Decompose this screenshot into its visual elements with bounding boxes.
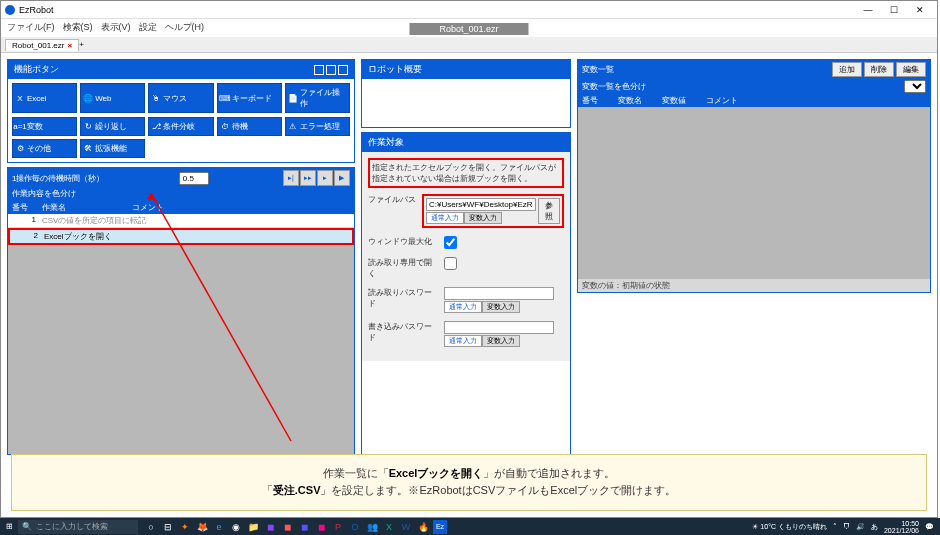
loop-button[interactable]: ↻繰り返し (80, 117, 145, 136)
readonly-checkbox[interactable] (444, 257, 457, 270)
browse-button[interactable]: 参照 (538, 198, 560, 224)
ezrobot-icon[interactable]: Ez (433, 520, 447, 534)
tray-icon[interactable]: 🔊 (856, 523, 865, 531)
wait-button[interactable]: ⏱待機 (217, 117, 282, 136)
var-delete-button[interactable]: 削除 (864, 62, 894, 77)
branch-button[interactable]: ⎇条件分岐 (148, 117, 213, 136)
wait-time-input[interactable] (179, 172, 209, 185)
notification-icon[interactable]: 💬 (925, 523, 934, 531)
tray-chevron-icon[interactable]: ˄ (833, 523, 837, 531)
function-panel-title: 機能ボタン (14, 63, 59, 76)
excel-icon[interactable]: X (382, 520, 396, 534)
filepath-row: ファイルパス 通常入力 変数入力 参照 (368, 194, 564, 228)
step-fwd-button[interactable]: ▸▸ (300, 170, 316, 186)
line-button[interactable]: ▸ (317, 170, 333, 186)
keyboard-button[interactable]: ⌨キーボード (217, 83, 282, 113)
variables-header: 変数一覧 追加 削除 編集 (578, 60, 930, 79)
worklist-row[interactable]: 1 CSVの値を所定の項目に転記 (8, 214, 354, 228)
target-panel-header: 作業対象 (362, 133, 570, 152)
start-button[interactable]: ⊞ (0, 522, 18, 531)
menu-view[interactable]: 表示(V) (101, 21, 131, 34)
error-button[interactable]: ⚠エラー処理 (285, 117, 350, 136)
writepw-label: 書き込みパスワード (368, 321, 438, 343)
excel-button[interactable]: XExcel (12, 83, 77, 113)
var-add-button[interactable]: 追加 (832, 62, 862, 77)
app-icon[interactable]: ◼ (314, 520, 328, 534)
windows-taskbar: ⊞ 🔍 ここに入力して検索 ○ ⊟ ✦ 🦊 e ◉ 📁 ◼ ◼ ◼ ◼ P O … (0, 518, 940, 535)
view-toggle-icon[interactable] (314, 65, 324, 75)
powerpoint-icon[interactable]: P (331, 520, 345, 534)
step-button[interactable]: ▸| (283, 170, 299, 186)
worklist-columns: 番号 作業名 コメント (8, 201, 354, 214)
mode-variable-tab[interactable]: 変数入力 (482, 301, 520, 313)
var-colorize-label: 変数一覧を色分け (582, 81, 646, 92)
menu-settings[interactable]: 設定 (139, 21, 157, 34)
worklist-toolbar: 1操作毎の待機時間（秒） ▸| ▸▸ ▸ ▶ (8, 168, 354, 188)
teams-icon[interactable]: 👥 (365, 520, 379, 534)
app-icon[interactable]: ✦ (178, 520, 192, 534)
extension-button[interactable]: 🛠拡張機能 (80, 139, 145, 158)
readonly-label: 読み取り専用で開く (368, 257, 438, 279)
readpw-input[interactable] (444, 287, 554, 300)
app-icon[interactable]: ◼ (263, 520, 277, 534)
writepw-input[interactable] (444, 321, 554, 334)
weather-widget[interactable]: ☀ 10°C くもりのち晴れ (752, 522, 827, 532)
target-description: 指定されたエクセルブックを開く。ファイルパスが指定されていない場合は新規ブックを… (368, 158, 564, 188)
clock-icon: ⏱ (220, 122, 230, 132)
var-edit-button[interactable]: 編集 (896, 62, 926, 77)
system-tray: ☀ 10°C くもりのち晴れ ˄ ⛉ 🔊 あ 10:50 2021/12/06 … (752, 520, 940, 534)
minimize-button[interactable]: — (855, 3, 881, 17)
tab-close-icon[interactable]: × (67, 41, 72, 50)
web-button[interactable]: 🌐Web (80, 83, 145, 113)
ime-icon[interactable]: あ (871, 522, 878, 532)
menu-help[interactable]: ヘルプ(H) (165, 21, 205, 34)
close-button[interactable]: ✕ (907, 3, 933, 17)
maximize-checkbox[interactable] (444, 236, 457, 249)
view-toggle-icon[interactable] (338, 65, 348, 75)
variables-panel: 変数一覧 追加 削除 編集 変数一覧を色分け 番号 変数名 変数値 コメント (577, 59, 931, 293)
filepath-input[interactable] (426, 198, 536, 211)
robot-summary-header: ロボット概要 (362, 60, 570, 79)
mode-normal-tab[interactable]: 通常入力 (444, 335, 482, 347)
maximize-button[interactable]: ☐ (881, 3, 907, 17)
tray-icon[interactable]: ⛉ (843, 523, 850, 530)
mode-variable-tab[interactable]: 変数入力 (464, 212, 502, 224)
mouse-button[interactable]: 🖱マウス (148, 83, 213, 113)
document-title: Robot_001.ezr (409, 23, 528, 35)
main-content: 機能ボタン XExcel 🌐Web 🖱マウス ⌨キーボード 📄ファイル操作 a=… (1, 53, 937, 461)
menu-search[interactable]: 検索(S) (63, 21, 93, 34)
variables-columns: 番号 変数名 変数値 コメント (578, 94, 930, 107)
clock[interactable]: 10:50 2021/12/06 (884, 520, 919, 534)
taskview-icon[interactable]: ⊟ (161, 520, 175, 534)
word-icon[interactable]: W (399, 520, 413, 534)
other-button[interactable]: ⚙その他 (12, 139, 77, 158)
worklist-panel: 1操作毎の待機時間（秒） ▸| ▸▸ ▸ ▶ 作業内容を色分け 番号 作業名 (7, 167, 355, 455)
mode-variable-tab[interactable]: 変数入力 (482, 335, 520, 347)
app-icon[interactable]: ◼ (280, 520, 294, 534)
chrome-icon[interactable]: ◉ (229, 520, 243, 534)
mode-normal-tab[interactable]: 通常入力 (444, 301, 482, 313)
explorer-icon[interactable]: 📁 (246, 520, 260, 534)
app-icon[interactable]: 🔥 (416, 520, 430, 534)
view-toggle-icon[interactable] (326, 65, 336, 75)
cortana-icon[interactable]: ○ (144, 520, 158, 534)
mode-normal-tab[interactable]: 通常入力 (426, 212, 464, 224)
menu-file[interactable]: ファイル(F) (7, 21, 55, 34)
var-filter-select[interactable] (904, 80, 926, 93)
gear-icon: ⚙ (15, 144, 25, 154)
mouse-icon: 🖱 (151, 93, 161, 103)
robot-summary-panel: ロボット概要 (361, 59, 571, 128)
edge-icon[interactable]: e (212, 520, 226, 534)
document-tab[interactable]: Robot_001.ezr × (5, 39, 79, 51)
variables-title: 変数一覧 (582, 64, 614, 75)
tab-add-icon[interactable]: + (79, 40, 84, 49)
fileop-button[interactable]: 📄ファイル操作 (285, 83, 350, 113)
play-button[interactable]: ▶ (334, 170, 350, 186)
outlook-icon[interactable]: O (348, 520, 362, 534)
worklist-row-selected[interactable]: 2 Excelブックを開く (8, 228, 354, 245)
taskbar-search[interactable]: 🔍 ここに入力して検索 (18, 520, 138, 534)
variable-button[interactable]: a=1変数 (12, 117, 77, 136)
var-col-no: 番号 (582, 95, 598, 106)
firefox-icon[interactable]: 🦊 (195, 520, 209, 534)
app-icon[interactable]: ◼ (297, 520, 311, 534)
